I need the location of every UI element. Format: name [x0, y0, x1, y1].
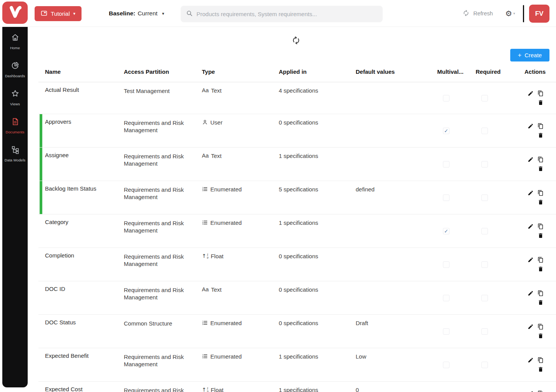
required-checkbox[interactable] [481, 128, 488, 134]
attributes-table: Name Access Partition Type Applied in De… [38, 61, 556, 392]
table-row: Assignee Requirements and Risk Managemen… [38, 148, 556, 181]
multivalued-checkbox[interactable] [443, 194, 449, 201]
user-avatar[interactable]: FV [529, 5, 549, 23]
type-cell: Aa ↑ 19 Enumerated [202, 348, 279, 381]
search-input[interactable] [196, 11, 377, 17]
delete-button[interactable] [538, 299, 544, 306]
applied-in-value: 0 specifications [279, 320, 318, 326]
type-cell: Aa ↑ 19 Text [202, 148, 279, 181]
required-checkbox[interactable] [481, 261, 488, 268]
table-body: Actual Result Test Management Aa ↑ 19 Te… [38, 82, 556, 392]
applied-in-value: 1 specifications [279, 387, 318, 392]
multivalued-checkbox[interactable] [443, 128, 449, 134]
access-partition-value: Requirements and Risk Management [124, 120, 184, 133]
edit-button[interactable] [528, 223, 534, 229]
delete-button[interactable] [538, 233, 544, 239]
row-actions [512, 315, 556, 348]
attribute-name: Completion [45, 252, 74, 259]
duplicate-button[interactable] [538, 257, 544, 263]
required-checkbox[interactable] [481, 328, 488, 335]
delete-button[interactable] [538, 266, 544, 272]
column-header-required: Required [476, 68, 512, 75]
delete-button[interactable] [538, 366, 544, 372]
multivalued-checkbox[interactable] [443, 328, 449, 335]
required-checkbox[interactable] [481, 228, 488, 234]
multivalued-checkbox[interactable] [443, 95, 449, 101]
baseline-selector[interactable]: Baseline: Current ▾ [109, 0, 164, 27]
sidebar-item-views[interactable]: Views [2, 89, 28, 117]
access-partition-value: Requirements and Risk Management [124, 186, 184, 200]
duplicate-button[interactable] [538, 90, 544, 96]
duplicate-button[interactable] [538, 156, 544, 163]
edit-button[interactable] [528, 290, 534, 296]
duplicate-button[interactable] [538, 357, 544, 363]
edit-button[interactable] [528, 90, 534, 96]
create-button[interactable]: + Create [510, 49, 549, 61]
project-selector-button[interactable]: Tutorial ▾ [35, 6, 82, 21]
text-type-icon: Aa [202, 153, 209, 159]
main-content: + Create Name Access Partition Type Appl… [28, 27, 556, 392]
plus-icon: + [518, 52, 521, 59]
duplicate-button[interactable] [538, 190, 544, 196]
multivalued-checkbox[interactable] [443, 161, 449, 168]
column-header-default-values: Default values [356, 68, 437, 75]
edit-button[interactable] [528, 123, 534, 129]
access-partition-value: Test Management [124, 88, 170, 94]
settings-menu-button[interactable]: ⚙ ▾ [505, 0, 515, 27]
edit-button[interactable] [528, 257, 534, 263]
required-checkbox[interactable] [481, 362, 488, 368]
sidebar-item-data-models[interactable]: Data Models [2, 145, 28, 173]
sidebar-item-label: Home [10, 46, 20, 50]
applied-in-value: 0 specifications [279, 253, 318, 259]
delete-button[interactable] [538, 333, 544, 339]
topbar-divider [523, 5, 524, 22]
app-logo[interactable] [2, 2, 28, 24]
duplicate-button[interactable] [538, 123, 544, 129]
edit-button[interactable] [528, 324, 534, 330]
sidebar-item-dashboards[interactable]: Dashboards [2, 61, 28, 89]
edit-button[interactable] [528, 390, 534, 392]
app: Tutorial ▾ Baseline: Current ▾ Refresh [0, 0, 556, 392]
required-checkbox[interactable] [481, 95, 488, 101]
type-cell: Aa ↑ 19 Enumerated [202, 181, 279, 214]
duplicate-button[interactable] [538, 324, 544, 330]
recycle-status-icon [291, 36, 301, 45]
sidebar-item-home[interactable]: Home [2, 33, 28, 61]
v-logo-icon [8, 5, 22, 20]
float-type-icon: ↑ 19 [202, 253, 208, 259]
delete-button[interactable] [538, 132, 544, 138]
multivalued-checkbox[interactable] [443, 228, 449, 234]
attribute-name: Expected Benefit [45, 352, 88, 359]
refresh-button[interactable]: Refresh [463, 0, 493, 27]
edit-button[interactable] [528, 156, 534, 163]
delete-button[interactable] [538, 166, 544, 172]
duplicate-button[interactable] [538, 223, 544, 229]
sidebar-item-documents[interactable]: Documents [2, 117, 28, 145]
type-label: Enumerated [210, 186, 242, 193]
duplicate-button[interactable] [538, 290, 544, 296]
applied-in-value: 1 specifications [279, 353, 318, 360]
type-label: User [210, 119, 223, 126]
type-label: Enumerated [210, 320, 242, 326]
sidebar-item-label: Data Models [5, 158, 25, 162]
required-checkbox[interactable] [481, 295, 488, 301]
multivalued-checkbox[interactable] [443, 362, 449, 368]
delete-button[interactable] [538, 199, 544, 205]
default-value: Low [356, 353, 366, 360]
multivalued-checkbox[interactable] [443, 261, 449, 268]
edit-button[interactable] [528, 357, 534, 363]
gear-icon: ⚙ [505, 9, 512, 18]
multivalued-checkbox[interactable] [443, 295, 449, 301]
required-checkbox[interactable] [481, 194, 488, 201]
edit-button[interactable] [528, 190, 534, 196]
applied-in-value: 5 specifications [279, 186, 318, 193]
chevron-down-icon: ▾ [162, 11, 165, 16]
delete-button[interactable] [538, 100, 544, 106]
default-value: 0 [356, 387, 359, 392]
pie-chart-icon [11, 61, 20, 71]
access-partition-value: Requirements and Risk Management [124, 253, 184, 267]
required-checkbox[interactable] [481, 161, 488, 168]
applied-in-value: 0 specifications [279, 286, 318, 293]
duplicate-button[interactable] [538, 390, 544, 392]
attribute-name: Expected Cost [45, 386, 83, 392]
